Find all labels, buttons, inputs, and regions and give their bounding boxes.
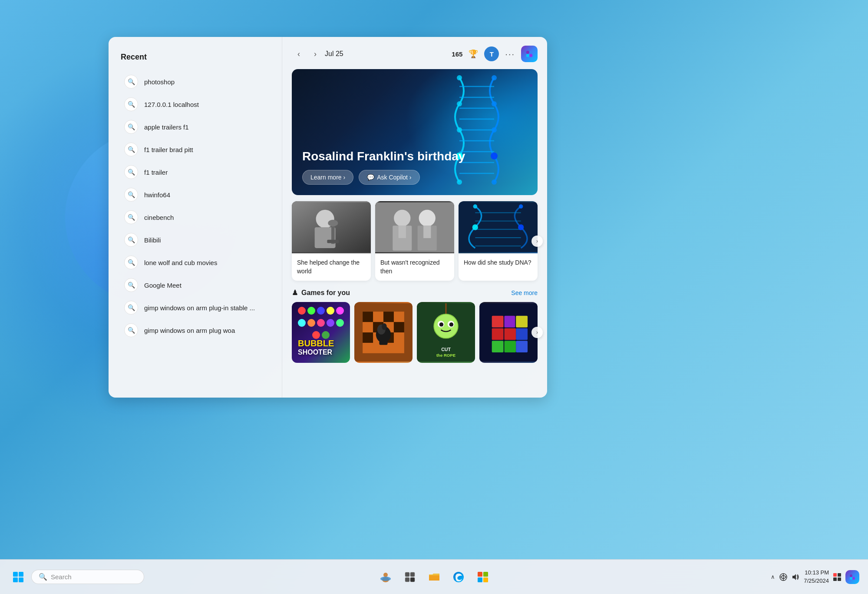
svg-point-103 (850, 577, 852, 580)
ask-copilot-label: Ask Copilot › (377, 174, 411, 181)
games-scroll-arrow[interactable]: › (531, 327, 543, 338)
game-card-cut-the-rope[interactable]: CUT the ROPE (417, 302, 475, 363)
svg-point-14 (492, 75, 497, 80)
start-button[interactable] (9, 567, 28, 587)
svg-rect-71 (504, 329, 516, 340)
svg-rect-87 (405, 577, 409, 582)
nav-arrows: ‹ › Jul 25 (292, 47, 343, 61)
taskbar-right: ∧ 10:13 PM 7/25/2024 (771, 569, 859, 584)
search-item-cinebench[interactable]: 🔍 cinebench (121, 206, 270, 229)
search-item-lone-wolf[interactable]: 🔍 lone wolf and cub movies (121, 251, 270, 274)
svg-rect-29 (375, 202, 454, 252)
svg-point-57 (382, 323, 386, 330)
svg-rect-55 (379, 341, 387, 345)
search-item-google-meet[interactable]: 🔍 Google Meet (121, 274, 270, 296)
svg-rect-99 (833, 577, 837, 581)
taskbar-search-placeholder: Search (51, 573, 72, 581)
svg-point-43 (519, 204, 523, 209)
system-clock[interactable]: 10:13 PM 7/25/2024 (804, 569, 829, 584)
hero-content: Rosalind Franklin's birthday Learn more … (302, 149, 465, 185)
recent-title: Recent (121, 53, 270, 62)
svg-point-18 (492, 127, 497, 133)
story-card-3-text: How did she study DNA? (459, 253, 538, 272)
taskbar-task-view-button[interactable] (400, 567, 419, 587)
volume-icon[interactable] (792, 573, 799, 581)
svg-point-44 (472, 224, 478, 230)
taskbar-file-explorer-button[interactable] (425, 567, 444, 587)
search-item-apple-trailers[interactable]: 🔍 apple trailers f1 (121, 116, 270, 138)
search-item-gimp-stable[interactable]: 🔍 gimp windows on arm plug-in stable ... (121, 296, 270, 319)
svg-point-22 (492, 179, 497, 185)
taskbar-search-bar[interactable]: 🔍 Search (31, 570, 144, 584)
search-icon: 🔍 (124, 278, 138, 292)
forward-button[interactable]: › (308, 47, 322, 61)
taskbar-left: 🔍 Search (9, 567, 144, 587)
story-card-1[interactable]: She helped change the world (292, 201, 371, 281)
search-item-f1-brad-pitt[interactable]: 🔍 f1 trailer brad pitt (121, 138, 270, 161)
trophy-icon: 🏆 (469, 49, 478, 59)
games-icon: ♟ (292, 289, 298, 297)
svg-rect-28 (327, 240, 339, 243)
copilot-button[interactable] (521, 46, 538, 62)
story-scroll-arrow[interactable]: › (531, 236, 543, 247)
top-bar-right: 165 🏆 T ··· (452, 46, 538, 62)
taskbar-copilot-button[interactable] (845, 570, 859, 584)
search-item-label: lone wolf and cub movies (144, 259, 217, 266)
notification-icon[interactable] (833, 573, 841, 581)
clock-time: 10:13 PM (804, 569, 829, 577)
see-more-link[interactable]: See more (511, 289, 538, 296)
svg-rect-35 (423, 226, 431, 238)
games-header: ♟ Games for you See more (292, 289, 538, 297)
user-avatar[interactable]: T (484, 46, 499, 61)
taskbar-store-button[interactable] (473, 567, 492, 587)
story-card-1-text: She helped change the world (292, 253, 371, 281)
search-item-photoshop[interactable]: 🔍 photoshop (121, 70, 270, 93)
svg-rect-92 (478, 577, 482, 582)
game-card-bubble-shooter[interactable]: BUBBLE SHOOTER (292, 302, 350, 363)
games-section-title: ♟ Games for you (292, 289, 350, 297)
search-item-label: apple trailers f1 (144, 123, 189, 131)
game-card-tetris[interactable] (479, 302, 538, 363)
svg-point-3 (529, 54, 532, 57)
search-icon: 🔍 (124, 210, 138, 224)
svg-rect-90 (478, 572, 482, 577)
story-card-3[interactable]: How did she study DNA? (459, 201, 538, 281)
system-tray-chevron[interactable]: ∧ (771, 574, 775, 580)
svg-point-84 (380, 577, 391, 581)
game-card-chess[interactable] (354, 302, 413, 363)
more-options-button[interactable]: ··· (505, 49, 515, 59)
svg-point-60 (434, 315, 458, 338)
taskbar-edge-button[interactable] (449, 567, 468, 587)
search-item-bilibili[interactable]: 🔍 Bilibili (121, 229, 270, 251)
search-item-f1-trailer[interactable]: 🔍 f1 trailer (121, 161, 270, 183)
taskbar-widgets-button[interactable] (376, 567, 395, 587)
svg-rect-88 (410, 577, 415, 582)
points-display: 165 (452, 50, 462, 58)
svg-rect-74 (516, 329, 528, 340)
search-item-label: hwinfo64 (144, 191, 170, 199)
left-panel: Recent 🔍 photoshop 🔍 127.0.0.1 localhost… (109, 37, 282, 398)
story-card-2[interactable]: But wasn't recognized then (375, 201, 454, 281)
search-icon: 🔍 (124, 75, 138, 89)
hero-banner[interactable]: Rosalind Franklin's birthday Learn more … (292, 69, 538, 195)
svg-rect-81 (19, 577, 23, 582)
search-item-label: cinebench (144, 214, 174, 221)
svg-rect-32 (399, 226, 406, 238)
ask-copilot-button[interactable]: 💬 Ask Copilot › (359, 170, 419, 185)
search-item-hwinfo64[interactable]: 🔍 hwinfo64 (121, 183, 270, 206)
taskbar: 🔍 Search (0, 559, 868, 594)
svg-rect-48 (363, 312, 373, 322)
right-panel: ‹ › Jul 25 165 🏆 T ··· (282, 37, 547, 398)
learn-more-button[interactable]: Learn more › (302, 170, 353, 185)
svg-point-20 (491, 153, 498, 159)
svg-rect-100 (838, 577, 841, 581)
svg-rect-78 (13, 572, 18, 577)
svg-rect-75 (516, 341, 528, 352)
back-button[interactable]: ‹ (292, 47, 306, 61)
search-item-localhost[interactable]: 🔍 127.0.0.1 localhost (121, 93, 270, 116)
svg-point-30 (394, 210, 410, 226)
search-item-gimp-woa[interactable]: 🔍 gimp windows on arm plug woa (121, 319, 270, 342)
network-icon[interactable] (779, 573, 787, 581)
search-item-label: f1 trailer (144, 169, 168, 176)
svg-rect-80 (13, 577, 18, 582)
